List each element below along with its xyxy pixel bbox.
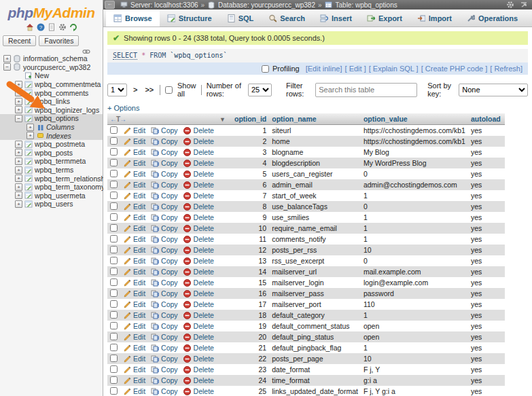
row-edit-link[interactable]: Edit [133,268,145,276]
page-select[interactable]: 1 [107,84,127,96]
row-edit-link[interactable]: Edit [133,159,145,167]
expand-toggle-icon[interactable]: + [26,132,34,139]
row-checkbox[interactable] [110,257,118,264]
row-checkbox[interactable] [110,246,118,253]
row-delete-link[interactable]: Delete [194,170,214,178]
row-delete-link[interactable]: Delete [194,268,214,276]
reload-navigation-icon[interactable] [69,23,77,31]
sidebar-item-indexes[interactable]: +Indexes [0,131,103,140]
row-delete-link[interactable]: Delete [194,181,214,189]
sidebar-item-wpbq_comments[interactable]: +wpbq_comments [0,88,103,97]
tab-import[interactable]: Import [410,10,459,26]
row-copy-link[interactable]: Copy [161,333,178,341]
row-copy-link[interactable]: Copy [161,159,178,167]
row-checkbox[interactable] [110,159,118,166]
number-of-rows-select[interactable]: 25 [248,84,272,96]
row-delete-link[interactable]: Delete [194,137,214,145]
sidebar-item-wpbq_loginizer_logs[interactable]: +wpbq_loginizer_logs [0,106,103,115]
breadcrumb-database-link[interactable]: Database: yourcpusercc_wp382 [218,1,315,9]
column-order-arrows-icon[interactable]: ←T→ [110,115,126,123]
row-delete-link[interactable]: Delete [194,376,214,384]
next-page-button[interactable]: > [132,86,139,94]
home-icon[interactable] [26,23,34,31]
profiling-link-1[interactable]: [ Edit ] [345,65,366,73]
last-page-button[interactable]: >> [143,86,155,94]
expand-toggle-icon[interactable]: + [15,149,22,156]
row-edit-link[interactable]: Edit [133,376,145,384]
row-checkbox[interactable] [110,344,118,351]
row-copy-link[interactable]: Copy [161,311,178,319]
breadcrumb-server-link[interactable]: Server: localhost:3306 [130,1,198,9]
row-checkbox[interactable] [110,376,118,384]
row-edit-link[interactable]: Edit [133,224,145,232]
row-delete-link[interactable]: Delete [194,126,214,134]
settings-gear-icon[interactable] [58,23,67,31]
show-all-checkbox[interactable] [165,86,173,94]
row-edit-link[interactable]: Edit [133,257,145,265]
options-toggle-link[interactable]: + Options [107,104,139,112]
row-copy-link[interactable]: Copy [161,322,178,330]
row-checkbox[interactable] [110,137,118,145]
row-edit-link[interactable]: Edit [133,192,145,200]
row-delete-link[interactable]: Delete [194,322,214,330]
row-checkbox[interactable] [110,181,118,188]
row-copy-link[interactable]: Copy [161,387,178,395]
expand-toggle-icon[interactable]: + [15,106,22,113]
sidebar-item-columns[interactable]: +Columns [0,123,103,132]
sidebar-item-wpbq_term_taxonomy[interactable]: +wpbq_term_taxonomy [0,183,103,192]
row-copy-link[interactable]: Copy [161,344,178,352]
row-delete-link[interactable]: Delete [194,387,214,395]
row-copy-link[interactable]: Copy [161,202,178,211]
tab-export[interactable]: Export [359,10,410,26]
sidebar-item-wpbq_term_relationships[interactable]: +wpbq_term_relationships [0,174,103,183]
row-edit-link[interactable]: Edit [133,213,145,221]
profiling-link-0[interactable]: [Edit inline] [306,65,342,73]
row-checkbox[interactable] [110,202,118,210]
expand-toggle-icon[interactable]: + [15,141,22,148]
tab-structure[interactable]: Structure [160,10,219,26]
tab-search[interactable]: Search [261,10,313,26]
row-copy-link[interactable]: Copy [161,257,178,265]
expand-toggle-icon[interactable]: + [15,166,22,174]
row-edit-link[interactable]: Edit [133,202,145,211]
row-copy-link[interactable]: Copy [161,278,178,287]
expand-toggle-icon[interactable]: + [3,55,11,62]
row-copy-link[interactable]: Copy [161,170,178,178]
expand-toggle-icon[interactable]: + [15,200,22,208]
row-delete-link[interactable]: Delete [194,333,214,341]
row-edit-link[interactable]: Edit [133,333,145,341]
row-checkbox[interactable] [110,213,118,221]
expand-toggle-icon[interactable]: + [15,183,22,191]
tab-insert[interactable]: Insert [313,10,359,26]
expand-toggle-icon[interactable]: + [15,81,22,88]
row-checkbox[interactable] [110,192,118,199]
sidebar-item-wpbq_commentmeta[interactable]: +wpbq_commentmeta [0,80,103,89]
row-delete-link[interactable]: Delete [194,365,214,374]
sidebar-item-wpbq_options[interactable]: −wpbq_options [0,114,103,123]
row-edit-link[interactable]: Edit [133,311,145,319]
row-copy-link[interactable]: Copy [161,213,178,221]
row-checkbox[interactable] [110,333,118,340]
column-header-autoload[interactable]: autoload [468,113,505,125]
row-edit-link[interactable]: Edit [133,126,145,134]
row-checkbox[interactable] [110,126,118,134]
row-copy-link[interactable]: Copy [161,148,178,156]
sort-by-key-select[interactable]: None [459,84,528,96]
page-settings-gear-icon[interactable] [506,1,514,9]
row-checkbox[interactable] [110,365,118,373]
row-edit-link[interactable]: Edit [133,181,145,189]
sidebar-item-wpbq_users[interactable]: +wpbq_users [0,200,103,209]
sql-select-keyword[interactable]: SELECT [113,52,137,60]
sidebar-item-wpbq_links[interactable]: +wpbq_links [0,97,103,106]
row-checkbox[interactable] [110,387,118,395]
recent-button[interactable]: Recent [3,35,36,46]
row-edit-link[interactable]: Edit [133,170,145,178]
profiling-checkbox[interactable] [262,65,269,73]
row-delete-link[interactable]: Delete [194,344,214,352]
sidebar-item-wpbq_usermeta[interactable]: +wpbq_usermeta [0,192,103,200]
row-checkbox[interactable] [110,278,118,286]
row-delete-link[interactable]: Delete [194,224,214,232]
row-checkbox[interactable] [110,148,118,156]
expand-toggle-icon[interactable]: + [15,175,22,182]
row-delete-link[interactable]: Delete [194,289,214,298]
